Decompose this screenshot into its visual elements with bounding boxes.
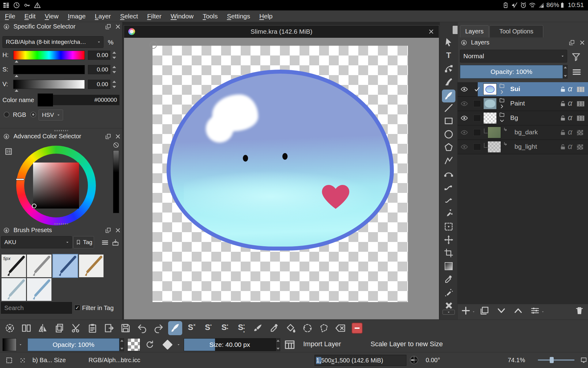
close-docker-icon[interactable]	[115, 227, 121, 234]
hsv-radio[interactable]	[30, 112, 36, 117]
saturation-value-square[interactable]	[33, 163, 79, 209]
copy-button[interactable]	[54, 323, 65, 334]
layer-row-bg_light[interactable]: bg_lightα	[458, 140, 588, 154]
channel-spinner[interactable]	[111, 65, 117, 74]
color-sampler-tool[interactable]	[443, 274, 454, 285]
tag-filter-dropdown[interactable]: AKU	[1, 236, 72, 248]
redo-button[interactable]	[153, 323, 164, 334]
move-layer-up-button[interactable]	[513, 305, 523, 316]
layer-thumbnail[interactable]	[483, 98, 497, 109]
zoom-slider-handle[interactable]	[550, 357, 554, 363]
brush-size-slider[interactable]: Size: 40.00 px	[184, 338, 276, 351]
layer-active-check[interactable]	[473, 115, 481, 121]
docker-lock-icon[interactable]	[3, 227, 10, 234]
close-docker-icon[interactable]	[115, 23, 121, 30]
filter-funnel-icon[interactable]	[571, 52, 581, 62]
close-docker-icon[interactable]	[579, 39, 586, 46]
reload-preset-icon[interactable]	[145, 339, 155, 350]
float-docker-icon[interactable]	[105, 133, 111, 140]
move-layer-down-button[interactable]	[496, 305, 507, 316]
stabilizer-basic-button[interactable]: S•	[203, 323, 214, 334]
layer-lock-icon[interactable]	[559, 129, 567, 136]
layer-name[interactable]: Paint	[510, 100, 525, 107]
transform-tool[interactable]	[443, 221, 454, 232]
document-titlebar[interactable]: Slime.kra (142.6 MiB)	[124, 25, 439, 38]
docker-lock-icon[interactable]	[3, 23, 10, 30]
duplicate-layer-button[interactable]	[479, 305, 490, 316]
layer-style-icon[interactable]	[577, 116, 584, 121]
deselect-button[interactable]	[4, 323, 15, 334]
alpha-lock-icon[interactable]: α	[568, 84, 572, 94]
value-slider[interactable]	[113, 150, 119, 213]
tab-tool-options[interactable]: Tool Options	[489, 25, 543, 37]
paintbrush-button[interactable]	[252, 323, 263, 334]
paste-button[interactable]	[87, 323, 98, 334]
gradient-preview-chip[interactable]	[2, 338, 17, 351]
brush-opacity-slider[interactable]: Opacity: 100%	[28, 338, 119, 351]
alpha-lock-icon[interactable]: α	[568, 127, 572, 137]
freehand-brush-button[interactable]	[170, 323, 181, 334]
layer-visibility-icon[interactable]	[460, 85, 469, 93]
canvas[interactable]	[153, 46, 408, 302]
outline-select-button[interactable]	[318, 323, 330, 334]
alpha-lock-icon[interactable]: α	[568, 113, 572, 122]
zoom-level[interactable]: 74.1%	[508, 357, 525, 364]
menu-settings[interactable]: Settings	[227, 13, 250, 20]
close-group-button[interactable]	[352, 323, 363, 334]
chevron-down-icon[interactable]	[176, 343, 181, 347]
import-resources-icon[interactable]	[111, 239, 119, 247]
selection-mode-icon[interactable]	[5, 356, 13, 365]
cut-button[interactable]	[70, 323, 81, 334]
float-docker-icon[interactable]	[105, 227, 111, 234]
chevron-down-icon[interactable]	[541, 310, 545, 314]
hue-marker[interactable]	[16, 178, 24, 180]
mirror-view-button[interactable]	[37, 323, 48, 334]
selector-settings-icon[interactable]	[4, 147, 13, 156]
rgb-radio[interactable]	[4, 112, 9, 117]
text-tool[interactable]: T	[443, 50, 454, 60]
color-sampler-button[interactable]	[269, 323, 280, 334]
layer-thumbnail[interactable]	[488, 141, 501, 153]
polygon-tool[interactable]	[443, 142, 454, 153]
freehand-brush-tool[interactable]	[442, 90, 455, 102]
layer-thumbnail[interactable]	[488, 127, 501, 138]
pattern-chip[interactable]	[127, 338, 140, 351]
gradient-tool[interactable]	[443, 261, 454, 271]
calligraphy-tool[interactable]	[443, 76, 454, 87]
layer-style-icon[interactable]	[577, 87, 584, 92]
tab-layers[interactable]: Layers	[460, 25, 489, 37]
layer-name[interactable]: Bg	[510, 114, 518, 121]
layer-row-bg_dark[interactable]: bg_darkα	[458, 125, 588, 140]
fit-screen-icon[interactable]	[580, 356, 587, 364]
channel-slider[interactable]	[13, 51, 85, 60]
opacity-spinner[interactable]	[119, 338, 124, 351]
export-button[interactable]	[104, 323, 115, 334]
layer-name[interactable]: bg_dark	[514, 128, 538, 136]
edit-shapes-tool[interactable]	[443, 63, 454, 74]
undo-button[interactable]	[137, 323, 148, 334]
layer-lock-icon[interactable]	[559, 114, 567, 122]
docker-splitter[interactable]	[55, 223, 68, 224]
layer-visibility-icon[interactable]	[460, 114, 469, 122]
dynamic-brush-tool[interactable]	[443, 195, 454, 205]
docker-splitter[interactable]	[55, 130, 68, 131]
brush-preset-ink-5px[interactable]: 5px	[2, 255, 26, 277]
float-docker-icon[interactable]	[105, 23, 111, 30]
filter-in-tag-checkbox[interactable]: ✓	[74, 305, 80, 311]
chevron-down-icon[interactable]	[472, 310, 476, 314]
channel-spinner[interactable]	[111, 51, 117, 60]
image-size-field[interactable]: 1,500 x 1,500 (142.6 MiB)	[315, 355, 406, 366]
layer-active-check[interactable]	[473, 100, 481, 107]
import-layer-button[interactable]: Import Layer	[303, 340, 341, 348]
channel-value-field[interactable]: 0.00	[88, 80, 110, 89]
freehand-path-tool[interactable]	[443, 182, 454, 192]
alpha-lock-icon[interactable]: α	[568, 98, 572, 108]
brush-preset-pen[interactable]	[27, 255, 51, 277]
selection-display-icon[interactable]	[20, 357, 26, 363]
layer-visibility-icon[interactable]	[460, 128, 469, 136]
slider-marker[interactable]	[15, 75, 18, 77]
menu-select[interactable]: Select	[120, 13, 138, 20]
layer-row-Sui[interactable]: Suiα	[458, 82, 588, 97]
line-tool[interactable]	[443, 103, 454, 113]
brush-preset-pattern-stamp[interactable]	[27, 278, 51, 301]
